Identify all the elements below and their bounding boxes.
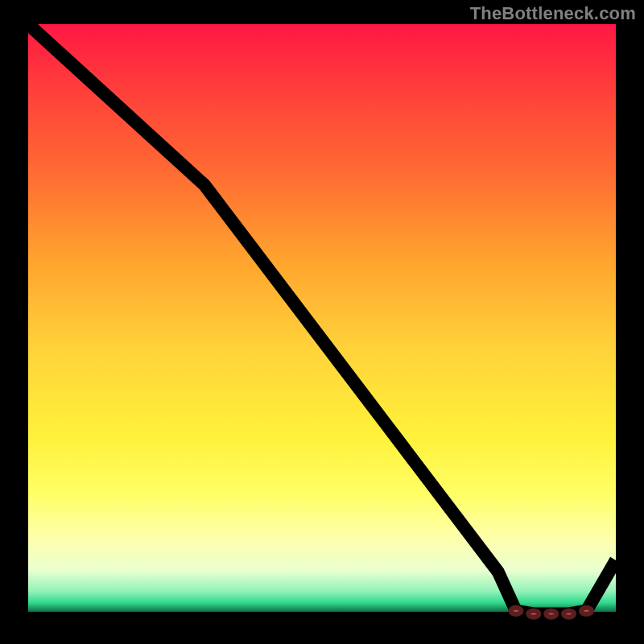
heat-gradient	[28, 24, 616, 612]
svg-rect-0	[28, 24, 616, 612]
plot-area	[28, 24, 616, 620]
watermark-text: TheBottleneck.com	[470, 3, 636, 24]
chart-container: TheBottleneck.com	[0, 0, 644, 644]
